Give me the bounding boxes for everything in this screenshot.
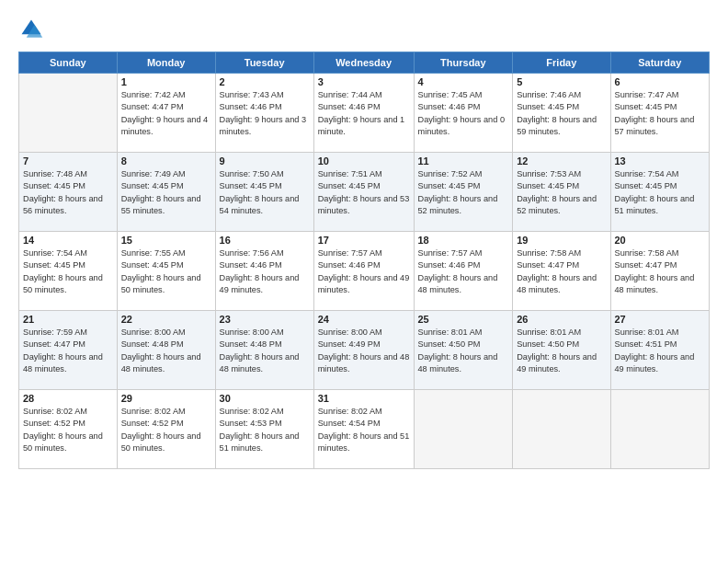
day-number: 11	[418, 155, 509, 167]
calendar: SundayMondayTuesdayWednesdayThursdayFrid…	[18, 52, 710, 469]
day-number: 3	[318, 76, 410, 87]
day-info: Sunrise: 7:48 AMSunset: 4:45 PMDaylight:…	[23, 168, 113, 217]
day-number: 4	[418, 76, 509, 87]
day-number: 6	[615, 76, 706, 87]
calendar-cell	[414, 390, 513, 469]
day-number: 27	[615, 314, 706, 325]
day-info: Sunrise: 8:02 AMSunset: 4:52 PMDaylight:…	[23, 406, 113, 454]
day-info: Sunrise: 8:01 AMSunset: 4:50 PMDaylight:…	[517, 327, 606, 375]
day-info: Sunrise: 8:00 AMSunset: 4:48 PMDaylight:…	[121, 327, 211, 375]
calendar-cell: 7Sunrise: 7:48 AMSunset: 4:45 PMDaylight…	[19, 153, 118, 232]
day-number: 1	[121, 76, 211, 87]
day-number: 15	[121, 235, 211, 246]
calendar-cell	[610, 390, 710, 469]
day-info: Sunrise: 7:52 AMSunset: 4:45 PMDaylight:…	[418, 168, 509, 217]
day-info: Sunrise: 8:00 AMSunset: 4:49 PMDaylight:…	[318, 327, 410, 375]
day-info: Sunrise: 8:01 AMSunset: 4:51 PMDaylight:…	[615, 327, 706, 375]
day-number: 2	[220, 76, 310, 87]
calendar-cell: 8Sunrise: 7:49 AMSunset: 4:45 PMDaylight…	[117, 153, 215, 232]
weekday-header-thursday: Thursday	[414, 52, 513, 74]
day-info: Sunrise: 7:59 AMSunset: 4:47 PMDaylight:…	[23, 327, 113, 375]
calendar-cell: 30Sunrise: 8:02 AMSunset: 4:53 PMDayligh…	[215, 390, 313, 469]
day-number: 31	[318, 393, 410, 404]
calendar-cell: 15Sunrise: 7:55 AMSunset: 4:45 PMDayligh…	[117, 232, 215, 311]
day-info: Sunrise: 7:58 AMSunset: 4:47 PMDaylight:…	[615, 247, 706, 296]
day-number: 16	[220, 235, 310, 246]
calendar-cell: 17Sunrise: 7:57 AMSunset: 4:46 PMDayligh…	[313, 232, 414, 311]
day-info: Sunrise: 8:01 AMSunset: 4:50 PMDaylight:…	[418, 327, 509, 375]
day-number: 18	[418, 235, 509, 246]
day-info: Sunrise: 7:43 AMSunset: 4:46 PMDaylight:…	[220, 89, 310, 138]
weekday-header-monday: Monday	[117, 52, 215, 74]
day-info: Sunrise: 7:50 AMSunset: 4:45 PMDaylight:…	[220, 168, 310, 217]
calendar-cell: 13Sunrise: 7:54 AMSunset: 4:45 PMDayligh…	[610, 153, 710, 232]
day-number: 19	[517, 235, 606, 246]
page: SundayMondayTuesdayWednesdayThursdayFrid…	[0, 0, 728, 563]
calendar-cell: 31Sunrise: 8:02 AMSunset: 4:54 PMDayligh…	[313, 390, 414, 469]
day-info: Sunrise: 7:58 AMSunset: 4:47 PMDaylight:…	[517, 247, 606, 296]
calendar-cell: 29Sunrise: 8:02 AMSunset: 4:52 PMDayligh…	[117, 390, 215, 469]
weekday-header-tuesday: Tuesday	[215, 52, 313, 74]
day-number: 23	[220, 314, 310, 325]
calendar-cell: 12Sunrise: 7:53 AMSunset: 4:45 PMDayligh…	[513, 153, 610, 232]
calendar-cell: 23Sunrise: 8:00 AMSunset: 4:48 PMDayligh…	[215, 311, 313, 390]
week-row-4: 21Sunrise: 7:59 AMSunset: 4:47 PMDayligh…	[19, 311, 710, 390]
calendar-cell: 19Sunrise: 7:58 AMSunset: 4:47 PMDayligh…	[513, 232, 610, 311]
calendar-cell: 10Sunrise: 7:51 AMSunset: 4:45 PMDayligh…	[313, 153, 414, 232]
day-number: 20	[615, 235, 706, 246]
weekday-header-sunday: Sunday	[19, 52, 118, 74]
day-info: Sunrise: 7:57 AMSunset: 4:46 PMDaylight:…	[418, 247, 509, 296]
day-number: 9	[220, 155, 310, 167]
calendar-cell: 3Sunrise: 7:44 AMSunset: 4:46 PMDaylight…	[313, 74, 414, 153]
day-info: Sunrise: 7:46 AMSunset: 4:45 PMDaylight:…	[517, 89, 606, 138]
weekday-header-friday: Friday	[513, 52, 610, 74]
day-number: 26	[517, 314, 606, 325]
calendar-cell: 14Sunrise: 7:54 AMSunset: 4:45 PMDayligh…	[19, 232, 118, 311]
day-number: 30	[220, 393, 310, 404]
calendar-body: 1Sunrise: 7:42 AMSunset: 4:47 PMDaylight…	[19, 74, 710, 469]
week-row-2: 7Sunrise: 7:48 AMSunset: 4:45 PMDaylight…	[19, 153, 710, 232]
day-number: 25	[418, 314, 509, 325]
day-info: Sunrise: 7:49 AMSunset: 4:45 PMDaylight:…	[121, 168, 211, 217]
calendar-cell: 4Sunrise: 7:45 AMSunset: 4:46 PMDaylight…	[414, 74, 513, 153]
day-number: 5	[517, 76, 606, 87]
day-number: 14	[23, 235, 113, 246]
day-info: Sunrise: 7:47 AMSunset: 4:45 PMDaylight:…	[615, 89, 706, 138]
logo	[18, 17, 48, 42]
calendar-cell: 21Sunrise: 7:59 AMSunset: 4:47 PMDayligh…	[19, 311, 118, 390]
calendar-cell: 2Sunrise: 7:43 AMSunset: 4:46 PMDaylight…	[215, 74, 313, 153]
day-info: Sunrise: 7:53 AMSunset: 4:45 PMDaylight:…	[517, 168, 606, 217]
day-number: 24	[318, 314, 410, 325]
header	[18, 17, 710, 42]
calendar-cell: 22Sunrise: 8:00 AMSunset: 4:48 PMDayligh…	[117, 311, 215, 390]
day-number: 8	[121, 155, 211, 167]
day-info: Sunrise: 7:54 AMSunset: 4:45 PMDaylight:…	[23, 247, 113, 296]
day-info: Sunrise: 7:57 AMSunset: 4:46 PMDaylight:…	[318, 247, 410, 296]
calendar-cell: 28Sunrise: 8:02 AMSunset: 4:52 PMDayligh…	[19, 390, 118, 469]
day-number: 7	[23, 155, 113, 167]
weekday-row: SundayMondayTuesdayWednesdayThursdayFrid…	[19, 52, 710, 74]
calendar-cell: 24Sunrise: 8:00 AMSunset: 4:49 PMDayligh…	[313, 311, 414, 390]
calendar-cell: 6Sunrise: 7:47 AMSunset: 4:45 PMDaylight…	[610, 74, 710, 153]
day-info: Sunrise: 7:42 AMSunset: 4:47 PMDaylight:…	[121, 89, 211, 138]
logo-icon	[18, 17, 44, 42]
day-info: Sunrise: 8:02 AMSunset: 4:52 PMDaylight:…	[121, 406, 211, 454]
day-info: Sunrise: 8:02 AMSunset: 4:54 PMDaylight:…	[318, 406, 410, 454]
weekday-header-wednesday: Wednesday	[313, 52, 414, 74]
day-number: 13	[615, 155, 706, 167]
calendar-cell: 5Sunrise: 7:46 AMSunset: 4:45 PMDaylight…	[513, 74, 610, 153]
day-info: Sunrise: 7:44 AMSunset: 4:46 PMDaylight:…	[318, 89, 410, 138]
day-info: Sunrise: 7:45 AMSunset: 4:46 PMDaylight:…	[418, 89, 509, 138]
calendar-cell: 18Sunrise: 7:57 AMSunset: 4:46 PMDayligh…	[414, 232, 513, 311]
calendar-cell: 9Sunrise: 7:50 AMSunset: 4:45 PMDaylight…	[215, 153, 313, 232]
calendar-cell: 25Sunrise: 8:01 AMSunset: 4:50 PMDayligh…	[414, 311, 513, 390]
calendar-cell: 1Sunrise: 7:42 AMSunset: 4:47 PMDaylight…	[117, 74, 215, 153]
day-info: Sunrise: 7:55 AMSunset: 4:45 PMDaylight:…	[121, 247, 211, 296]
day-number: 28	[23, 393, 113, 404]
calendar-cell: 26Sunrise: 8:01 AMSunset: 4:50 PMDayligh…	[513, 311, 610, 390]
weekday-header-saturday: Saturday	[610, 52, 710, 74]
day-info: Sunrise: 7:54 AMSunset: 4:45 PMDaylight:…	[615, 168, 706, 217]
calendar-cell	[513, 390, 610, 469]
calendar-cell: 11Sunrise: 7:52 AMSunset: 4:45 PMDayligh…	[414, 153, 513, 232]
week-row-5: 28Sunrise: 8:02 AMSunset: 4:52 PMDayligh…	[19, 390, 710, 469]
